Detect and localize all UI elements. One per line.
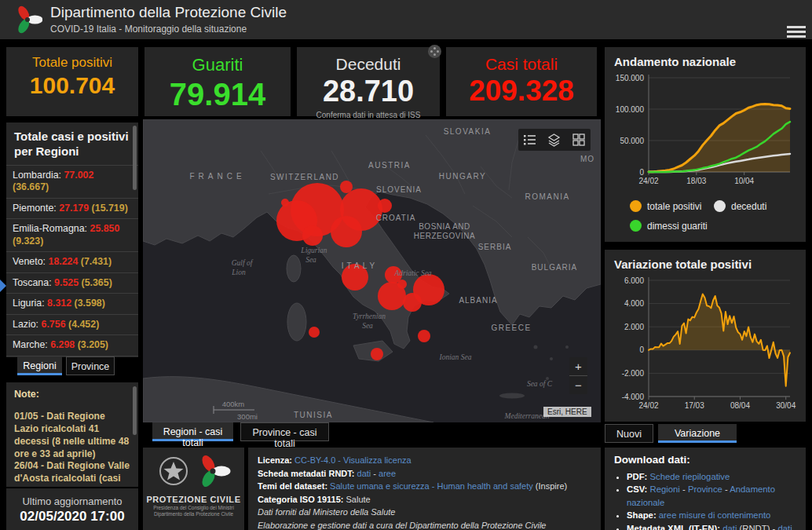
text-segment: -: [371, 469, 379, 478]
text-segment: PDF:: [627, 472, 650, 481]
case-bubble[interactable]: [309, 327, 320, 338]
download-item-metadata: Metadata XML (IT-EN): dati (RNDT) - dati…: [627, 522, 796, 530]
map-label: Ionian Sea: [439, 353, 472, 361]
link[interactable]: aree: [379, 469, 396, 478]
map-label: TUNISIA: [294, 411, 333, 419]
map-label: HUNGARY: [439, 172, 486, 181]
legend-item: deceduti: [714, 200, 798, 212]
license-line: Elaborazione e gestione dati a cura del …: [258, 519, 591, 530]
region-row[interactable]: Veneto: 18.224 (7.431): [6, 251, 138, 272]
region-row[interactable]: Marche: 6.298 (3.205): [6, 334, 138, 356]
svg-text:24/02: 24/02: [638, 401, 658, 410]
stat-note: Conferma dati in attesa di ISS: [297, 111, 440, 119]
case-bubble[interactable]: [281, 199, 289, 207]
stat-card-casi-totali: Casi totali 209.328: [446, 47, 597, 116]
case-bubble[interactable]: [413, 274, 444, 305]
case-bubble[interactable]: [418, 330, 430, 342]
map-container[interactable]: FRANCESWITZERLANDAUSTRIASLOVAKIAHUNGARYS…: [143, 119, 601, 422]
download-item-shape: Shape: aree misure di contenimento: [627, 509, 796, 521]
footer-logo-box: PROTEZIONE CIVILE Presidenza del Consigl…: [143, 448, 244, 530]
legend-item: totale positivi: [630, 200, 714, 212]
link[interactable]: dati: [357, 469, 371, 478]
widget-move-icon[interactable]: [428, 45, 441, 58]
map-label: ROMANIA: [525, 192, 569, 201]
italy-cases-map[interactable]: FRANCESWITZERLANDAUSTRIASLOVAKIAHUNGARYS…: [143, 119, 601, 422]
svg-text:0: 0: [639, 345, 644, 354]
zoom-out-button[interactable]: −: [569, 376, 587, 394]
tab-nuovi[interactable]: Nuovi: [605, 424, 653, 443]
region-row[interactable]: Lazio: 6.756 (4.452): [6, 314, 138, 335]
legend-icon[interactable]: [524, 133, 536, 146]
map-label: BULGARIA: [532, 263, 578, 272]
regions-list: Lombardia: 77.002 (36.667) Piemonte: 27.…: [6, 165, 138, 358]
notes-panel: Note: 01/05 - Dati Regione Lazio ricalco…: [6, 382, 138, 487]
map-label: Sea of C: [527, 380, 553, 388]
chart-legend: totale positivi deceduti dimessi guariti: [613, 200, 798, 239]
tab-regioni[interactable]: Regioni: [17, 356, 62, 375]
legend-label: totale positivi: [647, 201, 701, 212]
text-segment: Elaborazione e gestione dati a cura del …: [258, 521, 547, 530]
map-label: Adriatic Sea: [393, 269, 431, 277]
download-item-csv: CSV: Regioni - Province - Andamento nazi…: [627, 483, 796, 509]
case-bubble[interactable]: [302, 225, 323, 246]
svg-text:-4.000: -4.000: [622, 393, 645, 401]
region-row[interactable]: Piemonte: 27.179 (15.719): [6, 198, 138, 219]
text-segment: -: [722, 484, 730, 494]
case-bubble[interactable]: [331, 216, 362, 247]
link[interactable]: Regioni: [650, 484, 680, 494]
map-label: Sea: [362, 322, 373, 330]
license-line: Scheda metadati RNDT: dati - aree: [258, 467, 591, 481]
svg-text:18/03: 18/03: [686, 177, 706, 185]
region-row[interactable]: Liguria: 8.312 (3.598): [6, 293, 138, 314]
case-bubble[interactable]: [340, 181, 353, 193]
region-row[interactable]: Toscana: 9.525 (5.365): [6, 272, 138, 294]
tab-province[interactable]: Province: [66, 356, 115, 375]
map-label: Ligurian: [300, 247, 327, 254]
text-segment: -: [680, 484, 688, 494]
case-bubble[interactable]: [397, 280, 407, 289]
svg-text:17/03: 17/03: [685, 401, 704, 410]
panel-expander-icon[interactable]: [0, 280, 6, 292]
tab-regioni-casi-totali[interactable]: Regioni - casi totali: [152, 422, 233, 441]
link[interactable]: CC-BY-4.0 - Visualizza licenza: [294, 455, 411, 465]
stat-value: 100.704: [6, 72, 138, 98]
link[interactable]: dati: [722, 524, 737, 530]
map-label: Lion: [231, 269, 246, 276]
layers-icon[interactable]: [547, 133, 561, 147]
region-row[interactable]: Lombardia: 77.002 (36.667): [6, 165, 138, 198]
download-title: Download dati:: [614, 454, 796, 466]
svg-text:150.000: 150.000: [616, 74, 645, 82]
link[interactable]: Schede riepilogative: [650, 472, 730, 481]
map-label: ITALY: [342, 261, 378, 270]
link[interactable]: aree misure di contenimento: [659, 510, 771, 520]
app-header: Dipartimento della Protezione Civile COV…: [0, 0, 812, 39]
protezione-civile-logo-icon: [199, 453, 230, 488]
text-segment: Dati forniti dal Ministero della Salute: [258, 507, 395, 517]
tab-variazione[interactable]: Variazione: [658, 424, 737, 443]
case-bubble[interactable]: [378, 199, 392, 213]
zoom-in-button[interactable]: +: [569, 357, 587, 376]
svg-text:6.000: 6.000: [624, 276, 644, 285]
svg-text:-2.000: -2.000: [622, 369, 645, 378]
tab-province-casi-totali[interactable]: Province - casi totali: [240, 422, 329, 441]
menu-icon[interactable]: [787, 26, 806, 39]
map-label: MO: [580, 155, 594, 163]
last-update-label: Ultimo aggiornamento: [6, 495, 138, 507]
license-line: Dati forniti dal Ministero della Salute: [258, 506, 591, 519]
link[interactable]: Salute umana e sicurezza - Human health …: [330, 481, 533, 491]
map-label: GREECE: [491, 323, 531, 332]
region-row[interactable]: Emilia-Romagna: 25.850 (9.323): [6, 218, 138, 251]
map-label: CROATIA: [376, 214, 416, 222]
page-title: Dipartimento della Protezione Civile: [50, 4, 287, 21]
link[interactable]: dati: [777, 524, 792, 530]
map-label: SLOVAKIA: [444, 127, 492, 136]
footer-logo-title: PROTEZIONE CIVILE: [143, 495, 244, 504]
chart-title: Andamento nazionale: [614, 55, 798, 68]
stat-card-totale-positivi: Totale positivi 100.704: [6, 47, 138, 116]
svg-text:30/04: 30/04: [776, 401, 796, 410]
basemap-gallery-icon[interactable]: [572, 133, 585, 146]
notes-scrollbar[interactable]: [133, 386, 137, 435]
regions-scrollbar[interactable]: [133, 126, 137, 190]
link[interactable]: Province: [688, 484, 722, 494]
case-bubble[interactable]: [371, 348, 383, 360]
